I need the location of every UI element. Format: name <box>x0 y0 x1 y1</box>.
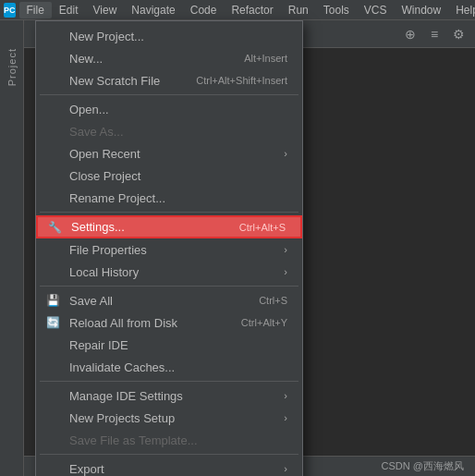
menu-vcs[interactable]: VCS <box>357 2 395 18</box>
menu-item-settings[interactable]: 🔧 Settings... Ctrl+Alt+S <box>36 215 302 238</box>
menu-item-open-recent-label: Open Recent <box>69 147 140 161</box>
menu-item-settings-shortcut: Ctrl+Alt+S <box>239 222 286 233</box>
menu-item-open-recent[interactable]: Open Recent › <box>36 142 302 165</box>
menu-item-new-scratch-file[interactable]: New Scratch File Ctrl+Alt+Shift+Insert <box>36 69 302 92</box>
separator-1 <box>40 94 298 95</box>
menu-item-new-project[interactable]: New Project... <box>36 25 302 47</box>
menu-item-export-arrow: › <box>284 463 287 474</box>
menu-item-open[interactable]: Open... <box>36 98 302 120</box>
menu-item-manage-ide-settings-label: Manage IDE Settings <box>69 389 183 403</box>
menu-item-new[interactable]: New... Alt+Insert <box>36 47 302 69</box>
menu-bar: PC File Edit View Navigate Code Refactor… <box>0 0 475 20</box>
menu-tools[interactable]: Tools <box>316 2 357 18</box>
menu-item-open-recent-arrow: › <box>284 148 287 159</box>
menu-item-export-label: Export <box>69 462 104 476</box>
menu-navigate[interactable]: Navigate <box>124 2 182 18</box>
menu-window[interactable]: Window <box>394 2 448 18</box>
menu-item-new-label: New... <box>69 52 103 66</box>
menu-item-file-properties[interactable]: File Properties › <box>36 238 302 261</box>
menu-item-manage-ide-settings[interactable]: Manage IDE Settings › <box>36 384 302 407</box>
menu-item-new-scratch-file-shortcut: Ctrl+Alt+Shift+Insert <box>196 75 287 86</box>
menu-file[interactable]: File <box>19 2 52 18</box>
menu-item-settings-label: Settings... <box>71 220 125 234</box>
sidebar-strip: Project <box>0 20 24 476</box>
save-all-icon: 💾 <box>43 294 62 307</box>
menu-help[interactable]: Help <box>448 2 475 18</box>
menu-item-save-file-as-template: Save File as Template... <box>36 429 302 451</box>
menu-item-new-scratch-file-label: New Scratch File <box>69 74 160 88</box>
menu-item-invalidate-caches-label: Invalidate Caches... <box>69 360 175 374</box>
toolbar-icon-list[interactable]: ≡ <box>425 25 444 43</box>
settings-icon: 🔧 <box>45 221 64 234</box>
menu-item-file-properties-arrow: › <box>284 244 287 255</box>
menu-item-save-all-shortcut: Ctrl+S <box>259 295 287 306</box>
menu-item-local-history-label: Local History <box>69 265 139 279</box>
menu-item-new-projects-setup-arrow: › <box>284 412 287 423</box>
menu-item-new-projects-setup-label: New Projects Setup <box>69 411 175 425</box>
menu-item-save-all[interactable]: 💾 Save All Ctrl+S <box>36 289 302 311</box>
menu-item-save-as-label: Save As... <box>69 125 124 139</box>
menu-item-rename-project[interactable]: Rename Project... <box>36 187 302 209</box>
menu-item-export[interactable]: Export › <box>36 458 302 476</box>
menu-item-new-projects-setup[interactable]: New Projects Setup › <box>36 407 302 429</box>
menu-item-save-file-as-template-label: Save File as Template... <box>69 433 198 447</box>
menu-item-manage-ide-settings-arrow: › <box>284 390 287 401</box>
separator-4 <box>40 381 298 382</box>
separator-2 <box>40 212 298 213</box>
toolbar-icon-settings[interactable]: ⚙ <box>449 25 468 43</box>
menu-item-repair-ide[interactable]: Repair IDE <box>36 334 302 356</box>
menu-item-local-history-arrow: › <box>284 266 287 277</box>
app-logo: PC <box>4 3 16 18</box>
menu-item-new-project-label: New Project... <box>69 30 144 43</box>
menu-item-close-project-label: Close Project <box>69 169 140 183</box>
menu-item-reload-all-shortcut: Ctrl+Alt+Y <box>241 317 287 328</box>
menu-item-save-as: Save As... <box>36 120 302 142</box>
menu-item-open-label: Open... <box>69 103 109 116</box>
menu-refactor[interactable]: Refactor <box>224 2 280 18</box>
menu-run[interactable]: Run <box>281 2 316 18</box>
status-text: CSDN @西海燃风 <box>382 459 464 473</box>
menu-view[interactable]: View <box>86 2 125 18</box>
menu-item-repair-ide-label: Repair IDE <box>69 338 128 352</box>
file-dropdown-menu: New Project... New... Alt+Insert New Scr… <box>35 20 303 476</box>
sidebar-label: Project <box>0 41 24 93</box>
menu-item-rename-project-label: Rename Project... <box>69 191 165 205</box>
menu-edit[interactable]: Edit <box>52 2 86 18</box>
menu-item-local-history[interactable]: Local History › <box>36 261 302 283</box>
menu-item-invalidate-caches[interactable]: Invalidate Caches... <box>36 356 302 378</box>
reload-icon: 🔄 <box>43 316 62 329</box>
menu-item-close-project[interactable]: Close Project <box>36 165 302 187</box>
menu-item-file-properties-label: File Properties <box>69 243 147 257</box>
toolbar-icon-add[interactable]: ⊕ <box>401 25 420 43</box>
separator-5 <box>40 454 298 455</box>
menu-item-reload-all-label: Reload All from Disk <box>69 316 177 330</box>
menu-code[interactable]: Code <box>183 2 225 18</box>
menu-item-new-shortcut: Alt+Insert <box>244 53 287 64</box>
separator-3 <box>40 286 298 287</box>
menu-item-save-all-label: Save All <box>69 294 113 308</box>
menu-item-reload-all[interactable]: 🔄 Reload All from Disk Ctrl+Alt+Y <box>36 311 302 334</box>
